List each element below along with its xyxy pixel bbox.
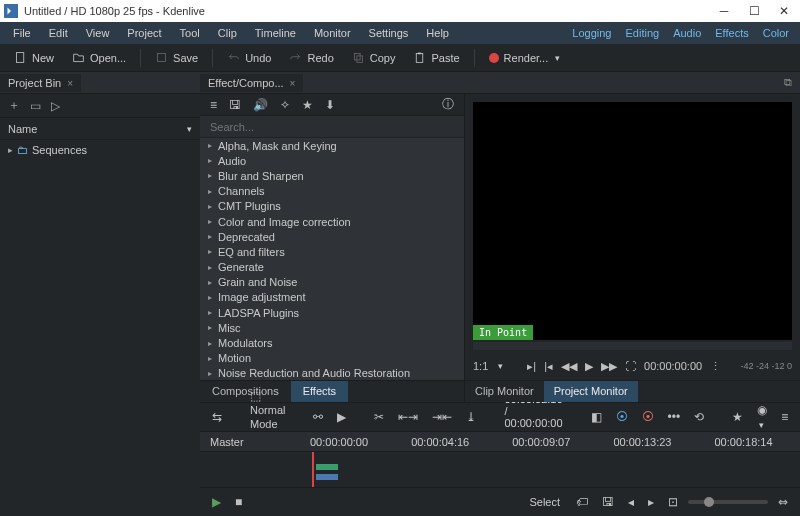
open-button[interactable]: Open... — [64, 48, 134, 67]
zone-start-icon[interactable]: ▸| — [527, 360, 536, 373]
audio-icon[interactable]: 🔊 — [253, 98, 268, 112]
tab-project-monitor[interactable]: Project Monitor — [544, 381, 638, 402]
workspace-audio[interactable]: Audio — [666, 22, 708, 44]
paste-button[interactable]: Paste — [405, 48, 467, 67]
menu-monitor[interactable]: Monitor — [305, 22, 360, 44]
tab-effects[interactable]: Effects — [291, 381, 348, 402]
search-input[interactable] — [210, 121, 454, 133]
spacer-insert-icon[interactable]: ⇤⇥ — [394, 408, 422, 426]
effect-category[interactable]: ▸Audio — [200, 153, 464, 168]
close-icon[interactable]: × — [67, 78, 73, 89]
monitor-viewport[interactable]: In Point — [473, 102, 792, 340]
expand-icon[interactable]: ▸ — [8, 145, 13, 155]
fullwidth-icon[interactable]: ⇔ — [774, 493, 792, 511]
render-button[interactable]: Render...▾ — [481, 49, 569, 67]
download-icon[interactable]: ⬇ — [325, 98, 335, 112]
effect-category[interactable]: ▸LADSPA Plugins — [200, 305, 464, 320]
timeline-tracks[interactable] — [200, 452, 800, 488]
effect-category[interactable]: ▸Misc — [200, 320, 464, 335]
rewind-icon[interactable]: ◀◀ — [561, 360, 577, 373]
folder-icon[interactable]: ▭ — [30, 99, 41, 113]
effects-list[interactable]: ▸Alpha, Mask and Keying▸Audio▸Blur and S… — [200, 138, 464, 380]
tab-project-bin[interactable]: Project Bin× — [0, 74, 81, 92]
sequences-folder[interactable]: ▸ 🗀 Sequences — [0, 140, 200, 160]
workspace-color[interactable]: Color — [756, 22, 796, 44]
star-outline-icon[interactable]: ✧ — [280, 98, 290, 112]
save-effect-icon[interactable]: 🖫 — [229, 98, 241, 112]
effects-search[interactable] — [200, 116, 464, 138]
effect-category[interactable]: ▸Deprecated — [200, 229, 464, 244]
mute-icon[interactable]: ■ — [231, 493, 246, 511]
workspace-effects[interactable]: Effects — [708, 22, 755, 44]
monitor-timecode[interactable]: 00:00:00:00 — [644, 360, 702, 372]
workspace-logging[interactable]: Logging — [565, 22, 618, 44]
copy-button[interactable]: Copy — [344, 48, 404, 67]
menu-edit[interactable]: Edit — [40, 22, 77, 44]
tab-effect-compo[interactable]: Effect/Compo...× — [200, 74, 303, 92]
collapse-icon[interactable]: ≡ — [777, 408, 792, 426]
snap-icon[interactable]: ⦿ — [612, 408, 632, 426]
menu-project[interactable]: Project — [118, 22, 170, 44]
save-button[interactable]: Save — [147, 48, 206, 67]
redo-button[interactable]: Redo — [281, 48, 341, 67]
playhead[interactable] — [312, 452, 314, 487]
play-icon[interactable]: ▶ — [333, 408, 350, 426]
monitor-scrubber[interactable] — [473, 342, 792, 350]
effect-category[interactable]: ▸Color and Image correction — [200, 214, 464, 229]
effect-category[interactable]: ▸Alpha, Mask and Keying — [200, 138, 464, 153]
timeline-clip-video[interactable] — [316, 464, 338, 470]
effect-category[interactable]: ▸Channels — [200, 184, 464, 199]
effect-category[interactable]: ▸Blur and Sharpen — [200, 168, 464, 183]
close-button[interactable]: ✕ — [778, 5, 790, 17]
undo-button[interactable]: Undo — [219, 48, 279, 67]
info-icon[interactable]: ⓘ — [442, 96, 454, 113]
lock-icon[interactable]: ▶ — [208, 493, 225, 511]
chevron-down-icon[interactable]: ▾ — [498, 361, 503, 371]
play-icon[interactable]: ▶ — [585, 360, 593, 373]
ripple-icon[interactable]: ⟲ — [690, 408, 708, 426]
snap-edge-icon[interactable]: ⦿ — [638, 408, 658, 426]
menu-help[interactable]: Help — [417, 22, 458, 44]
close-icon[interactable]: × — [290, 78, 296, 89]
track-options-icon[interactable]: ⇆ — [208, 408, 226, 426]
tag-icon[interactable]: 🏷 — [572, 493, 592, 511]
dots-icon[interactable]: ••• — [664, 408, 685, 426]
zone-end-icon[interactable]: |◂ — [544, 360, 553, 373]
save-icon[interactable]: 🖫 — [598, 493, 618, 511]
tag-icon[interactable]: ▷ — [51, 99, 60, 113]
effect-category[interactable]: ▸Image adjustment — [200, 290, 464, 305]
star-icon[interactable]: ★ — [302, 98, 313, 112]
timeline-ruler[interactable]: Master 00:00:00:0000:00:04:1600:00:09:07… — [200, 432, 800, 452]
copy-icon[interactable]: ⧉ — [784, 76, 792, 89]
menu-settings[interactable]: Settings — [360, 22, 418, 44]
new-button[interactable]: New — [6, 48, 62, 67]
fit-icon[interactable]: ⊡ — [664, 493, 682, 511]
next-icon[interactable]: ▸ — [644, 493, 658, 511]
slider-thumb[interactable] — [704, 497, 714, 507]
menu-tool[interactable]: Tool — [171, 22, 209, 44]
effect-category[interactable]: ▸Modulators — [200, 335, 464, 350]
menu-file[interactable]: File — [4, 22, 40, 44]
menu-view[interactable]: View — [77, 22, 119, 44]
name-column[interactable]: Name — [8, 123, 37, 135]
maximize-button[interactable]: ☐ — [748, 5, 760, 17]
marker-icon[interactable]: ◧ — [587, 408, 606, 426]
list-icon[interactable]: ≡ — [210, 98, 217, 112]
effect-category[interactable]: ▸EQ and filters — [200, 244, 464, 259]
link-icon[interactable]: ⚯ — [309, 408, 327, 426]
effect-category[interactable]: ▸Grain and Noise — [200, 275, 464, 290]
workspace-editing[interactable]: Editing — [618, 22, 666, 44]
add-clip-icon[interactable]: ＋ — [8, 97, 20, 114]
prev-icon[interactable]: ◂ — [624, 493, 638, 511]
fullscreen-icon[interactable]: ⛶ — [625, 360, 636, 372]
menu-timeline[interactable]: Timeline — [246, 22, 305, 44]
record-icon[interactable]: ◉ ▾ — [753, 401, 771, 433]
spacer-remove-icon[interactable]: ⇥⇤ — [428, 408, 456, 426]
cut-icon[interactable]: ✂ — [370, 408, 388, 426]
overwrite-icon[interactable]: ⤓ — [462, 408, 480, 426]
effect-category[interactable]: ▸Noise Reduction and Audio Restoration — [200, 366, 464, 380]
menu-clip[interactable]: Clip — [209, 22, 246, 44]
minimize-button[interactable]: ─ — [718, 5, 730, 17]
zoom-ratio[interactable]: 1:1 — [473, 360, 488, 372]
zoom-slider[interactable] — [688, 500, 768, 504]
